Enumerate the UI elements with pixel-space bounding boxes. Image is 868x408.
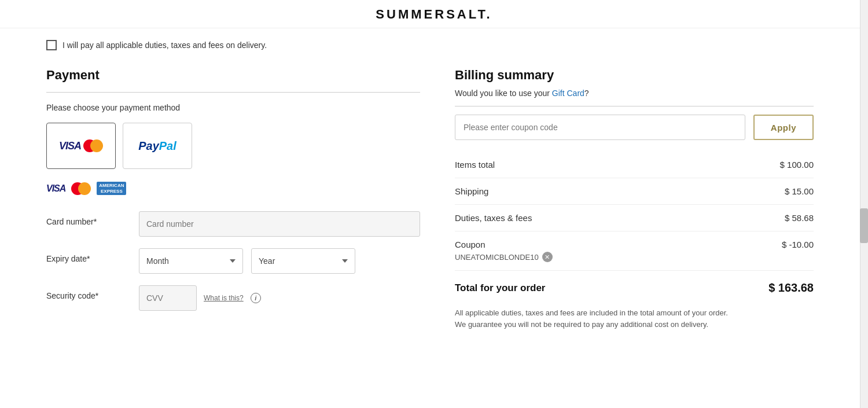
brand-visa-icon: VISA (46, 183, 65, 194)
coupon-value: $ -10.00 (782, 240, 814, 249)
items-total-label: Items total (455, 160, 495, 170)
total-value: $ 163.68 (768, 281, 814, 295)
visa-mc-card[interactable]: VISA (46, 123, 116, 169)
duties-label: I will pay all applicable duties, taxes … (62, 41, 267, 50)
page-wrapper: SUMMERSALT. I will pay all applicable du… (0, 0, 868, 408)
duties-checkbox[interactable] (46, 40, 57, 50)
coupon-left: Coupon UNEATOMICBLONDE10 ✕ (455, 240, 553, 262)
duties-note-line1: All applicable duties, taxes and fees ar… (455, 308, 728, 317)
cvv-row: What is this? i (139, 285, 420, 311)
items-total-line: Items total $ 100.00 (455, 152, 814, 178)
shipping-label: Shipping (455, 186, 488, 196)
shipping-line: Shipping $ 15.00 (455, 178, 814, 205)
coupon-input[interactable] (455, 115, 745, 140)
brand-mc-right (78, 182, 91, 195)
security-code-label: Security code* (46, 285, 127, 300)
coupon-remove-button[interactable]: ✕ (542, 252, 553, 262)
month-select[interactable]: Month 010203 040506 070809 101112 (139, 248, 243, 274)
duties-row: I will pay all applicable duties, taxes … (46, 40, 814, 50)
paypal-logo: PayPal (138, 139, 176, 153)
what-is-this-link[interactable]: What is this? (204, 294, 244, 302)
coupon-label: Coupon (455, 240, 486, 249)
total-label: Total for your order (455, 282, 545, 294)
duties-taxes-label: Duties, taxes & fees (455, 213, 532, 223)
duties-taxes-value: $ 58.68 (785, 213, 814, 223)
card-number-row: Card number* (46, 211, 420, 237)
payment-method-cards: VISA PayPal (46, 123, 420, 169)
payment-subtitle: Please choose your payment method (46, 103, 420, 112)
card-number-label: Card number* (46, 211, 127, 226)
duties-note-line2: We guarantee you will not be required to… (455, 320, 708, 329)
card-number-input[interactable] (139, 211, 420, 237)
coupon-detail: UNEATOMICBLONDE10 ✕ (455, 252, 553, 262)
paypal-card[interactable]: PayPal (123, 123, 192, 169)
payment-divider (46, 92, 420, 93)
expiry-selects: Month 010203 040506 070809 101112 Year 2… (139, 248, 420, 274)
card-brands: VISA AMERICANEXPRESS (46, 182, 420, 195)
gift-card-text: Would you like to use your (455, 89, 552, 98)
expiry-label: Expiry date* (46, 248, 127, 263)
apply-button[interactable]: Apply (753, 115, 814, 140)
brand-amex-icon: AMERICANEXPRESS (97, 182, 126, 195)
duties-line: Duties, taxes & fees $ 58.68 (455, 205, 814, 231)
year-select[interactable]: Year 202420252026 202720282029 (251, 248, 355, 274)
site-header: SUMMERSALT. (0, 0, 868, 28)
items-total-value: $ 100.00 (780, 160, 814, 170)
payment-section: Payment Please choose your payment metho… (46, 68, 420, 330)
scrollbar[interactable] (860, 0, 868, 408)
scrollbar-thumb[interactable] (860, 208, 868, 243)
shipping-value: $ 15.00 (785, 186, 814, 196)
gift-card-link[interactable]: Gift Card (552, 89, 584, 98)
security-input-area: What is this? i (139, 285, 420, 311)
payment-title: Payment (46, 68, 420, 83)
visa-text: VISA (59, 140, 81, 152)
coupon-code-text: UNEATOMICBLONDE10 (455, 253, 539, 262)
mc-logo (83, 139, 103, 152)
mc-circle-right (90, 139, 103, 152)
coupon-line: Coupon UNEATOMICBLONDE10 ✕ $ -10.00 (455, 231, 814, 271)
cvv-input[interactable] (139, 285, 197, 311)
card-number-input-area (139, 211, 420, 237)
coupon-row: Apply (455, 115, 814, 140)
site-title: SUMMERSALT. (376, 7, 492, 21)
two-col-layout: Payment Please choose your payment metho… (46, 68, 814, 330)
gift-card-after: ? (584, 89, 589, 98)
info-icon[interactable]: i (251, 293, 261, 303)
main-content: I will pay all applicable duties, taxes … (0, 28, 860, 341)
security-code-row: Security code* What is this? i (46, 285, 420, 311)
billing-divider (455, 106, 814, 106)
expiry-row: Expiry date* Month 010203 040506 070809 … (46, 248, 420, 274)
billing-title: Billing summary (455, 68, 814, 83)
brand-mc-icon (71, 182, 91, 195)
billing-section: Billing summary Would you like to use yo… (455, 68, 814, 330)
total-line: Total for your order $ 163.68 (455, 271, 814, 303)
gift-card-row: Would you like to use your Gift Card? (455, 89, 814, 98)
duties-note: All applicable duties, taxes and fees ar… (455, 307, 814, 330)
visa-mc-logo: VISA (59, 139, 103, 152)
